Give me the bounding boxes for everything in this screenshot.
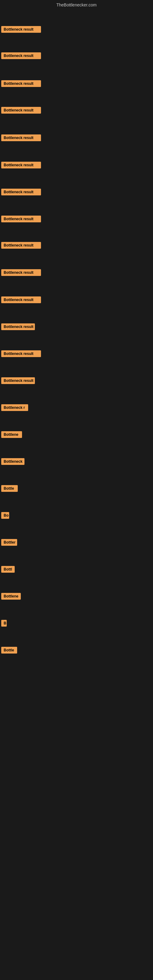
bottleneck-badge-2[interactable]: Bottleneck result [1,52,41,59]
bottleneck-result-10[interactable]: Bottleneck result [1,269,41,277]
bottleneck-result-21[interactable]: Bottl [1,566,15,574]
bottleneck-result-16[interactable]: Bottlene [1,431,22,439]
bottleneck-result-23[interactable]: B [1,620,7,628]
bottleneck-result-9[interactable]: Bottleneck result [1,242,41,250]
bottleneck-result-11[interactable]: Bottleneck result [1,296,41,304]
bottleneck-result-14[interactable]: Bottleneck result [1,377,35,385]
bottleneck-result-3[interactable]: Bottleneck result [1,80,41,88]
bottleneck-badge-9[interactable]: Bottleneck result [1,242,41,249]
bottleneck-result-7[interactable]: Bottleneck result [1,189,41,197]
site-header: TheBottlenecker.com [0,0,153,9]
bottleneck-result-6[interactable]: Bottleneck result [1,162,41,170]
bottleneck-badge-15[interactable]: Bottleneck r [1,404,28,411]
bottleneck-badge-6[interactable]: Bottleneck result [1,162,41,169]
bottleneck-badge-4[interactable]: Bottleneck result [1,107,41,114]
bottleneck-badge-23[interactable]: B [1,620,7,627]
bottleneck-badge-21[interactable]: Bottl [1,566,15,573]
site-title: TheBottlenecker.com [0,0,153,9]
bottleneck-badge-3[interactable]: Bottleneck result [1,80,41,87]
bottleneck-result-2[interactable]: Bottleneck result [1,52,41,60]
bottleneck-result-18[interactable]: Bottle [1,485,18,493]
bottleneck-result-19[interactable]: Bo [1,512,9,520]
bottleneck-result-13[interactable]: Bottleneck result [1,350,41,358]
bottleneck-badge-19[interactable]: Bo [1,512,9,519]
bottleneck-badge-20[interactable]: Bottler [1,539,17,546]
bottleneck-result-17[interactable]: Bottleneck [1,458,24,466]
bottleneck-badge-14[interactable]: Bottleneck result [1,377,35,384]
bottleneck-badge-1[interactable]: Bottleneck result [1,26,41,33]
bottleneck-result-4[interactable]: Bottleneck result [1,107,41,115]
bottleneck-badge-8[interactable]: Bottleneck result [1,216,41,222]
bottleneck-badge-16[interactable]: Bottlene [1,431,22,438]
bottleneck-badge-12[interactable]: Bottleneck result [1,323,35,330]
bottleneck-result-8[interactable]: Bottleneck result [1,216,41,224]
bottleneck-badge-18[interactable]: Bottle [1,485,18,492]
bottleneck-badge-7[interactable]: Bottleneck result [1,189,41,196]
bottleneck-badge-5[interactable]: Bottleneck result [1,134,41,141]
bottleneck-badge-10[interactable]: Bottleneck result [1,269,41,276]
bottleneck-badge-22[interactable]: Bottlene [1,593,21,600]
results-container: Bottleneck resultBottleneck resultBottle… [0,9,153,980]
bottleneck-badge-24[interactable]: Bottle [1,647,17,654]
bottleneck-result-15[interactable]: Bottleneck r [1,404,28,412]
bottleneck-result-22[interactable]: Bottlene [1,593,21,601]
bottleneck-result-5[interactable]: Bottleneck result [1,134,41,142]
bottleneck-badge-13[interactable]: Bottleneck result [1,350,41,357]
bottleneck-result-1[interactable]: Bottleneck result [1,26,41,34]
bottleneck-result-24[interactable]: Bottle [1,647,17,655]
bottleneck-result-20[interactable]: Bottler [1,539,17,547]
bottleneck-result-12[interactable]: Bottleneck result [1,323,35,331]
bottleneck-badge-11[interactable]: Bottleneck result [1,296,41,303]
bottleneck-badge-17[interactable]: Bottleneck [1,458,24,465]
